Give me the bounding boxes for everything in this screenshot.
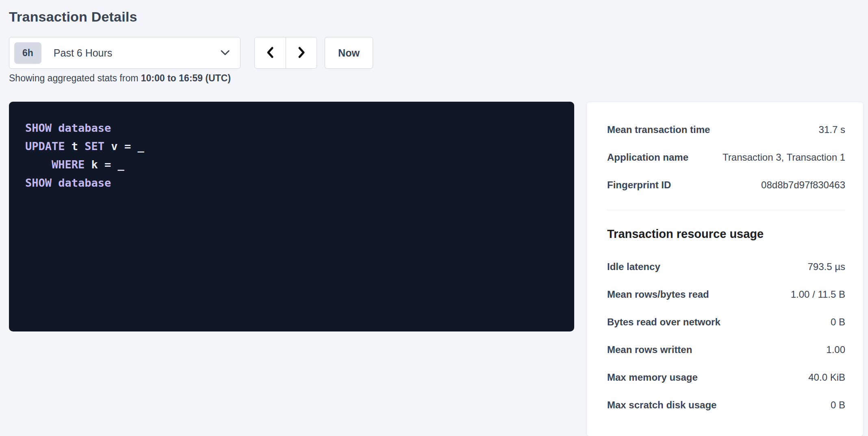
time-range-label: Past 6 Hours bbox=[54, 47, 221, 59]
resource-usage-list: Idle latency 793.5 µs Mean rows/bytes re… bbox=[607, 261, 845, 412]
chevron-right-icon bbox=[297, 46, 306, 60]
main-content: SHOW databaseUPDATE t SET v = _ WHERE k … bbox=[9, 102, 868, 436]
stat-value: 1.00 bbox=[826, 344, 845, 355]
stat-value: Transaction 3, Transaction 1 bbox=[723, 152, 845, 163]
stat-row: Max scratch disk usage 0 B bbox=[607, 399, 845, 412]
stat-row: Mean rows/bytes read 1.00 / 11.5 B bbox=[607, 289, 845, 302]
sql-line: WHERE k = _ bbox=[25, 155, 558, 174]
card-divider bbox=[607, 210, 845, 210]
chevron-down-icon bbox=[221, 50, 230, 56]
stat-row: Fingerprint ID 08d8b7d97f830463 bbox=[607, 179, 845, 192]
stat-row: Application name Transaction 3, Transact… bbox=[607, 152, 845, 165]
aggregation-window-text: Showing aggregated stats from 10:00 to 1… bbox=[9, 73, 868, 84]
transaction-stats-card: Mean transaction time 31.7 s Application… bbox=[586, 102, 864, 436]
aggregation-window-range: 10:00 to 16:59 (UTC) bbox=[141, 73, 231, 83]
stat-label: Mean transaction time bbox=[607, 124, 710, 135]
sql-line: UPDATE t SET v = _ bbox=[25, 137, 558, 155]
sql-line: SHOW database bbox=[25, 119, 558, 137]
next-interval-button[interactable] bbox=[286, 37, 317, 68]
previous-interval-button[interactable] bbox=[255, 37, 286, 68]
stat-value: 08d8b7d97f830463 bbox=[761, 179, 845, 191]
sql-code: SHOW databaseUPDATE t SET v = _ WHERE k … bbox=[25, 119, 558, 192]
stat-value: 1.00 / 11.5 B bbox=[791, 289, 845, 300]
stat-label: Max memory usage bbox=[607, 372, 698, 383]
stat-label: Application name bbox=[607, 152, 688, 163]
stat-value: 0 B bbox=[831, 399, 845, 411]
resource-usage-heading: Transaction resource usage bbox=[607, 227, 845, 241]
sql-statement-box: SHOW databaseUPDATE t SET v = _ WHERE k … bbox=[9, 102, 574, 331]
time-range-dropdown[interactable]: 6h Past 6 Hours bbox=[9, 37, 241, 69]
stat-row: Bytes read over network 0 B bbox=[607, 316, 845, 329]
stat-row: Mean transaction time 31.7 s bbox=[607, 124, 845, 137]
stat-value: 40.0 KiB bbox=[808, 372, 845, 383]
stat-label: Bytes read over network bbox=[607, 316, 720, 328]
stat-label: Fingerprint ID bbox=[607, 179, 671, 191]
chevron-left-icon bbox=[265, 46, 275, 60]
now-button[interactable]: Now bbox=[325, 37, 373, 69]
stat-row: Max memory usage 40.0 KiB bbox=[607, 372, 845, 385]
time-range-badge: 6h bbox=[14, 42, 41, 64]
time-step-button-group bbox=[254, 37, 317, 69]
time-controls: 6h Past 6 Hours bbox=[9, 37, 868, 69]
stat-label: Mean rows written bbox=[607, 344, 692, 355]
stat-value: 31.7 s bbox=[819, 124, 845, 135]
stat-row: Idle latency 793.5 µs bbox=[607, 261, 845, 274]
stat-value: 793.5 µs bbox=[807, 261, 845, 272]
page-title: Transaction Details bbox=[9, 9, 868, 25]
stat-label: Idle latency bbox=[607, 261, 660, 272]
sql-line: SHOW database bbox=[25, 174, 558, 192]
transaction-details-page: Transaction Details 6h Past 6 Hours bbox=[0, 0, 868, 436]
aggregation-window-prefix: Showing aggregated stats from bbox=[9, 73, 141, 83]
stat-label: Mean rows/bytes read bbox=[607, 289, 709, 300]
stat-label: Max scratch disk usage bbox=[607, 399, 716, 411]
stat-row: Mean rows written 1.00 bbox=[607, 344, 845, 357]
stat-value: 0 B bbox=[831, 316, 845, 328]
summary-stats-list: Mean transaction time 31.7 s Application… bbox=[607, 124, 845, 192]
